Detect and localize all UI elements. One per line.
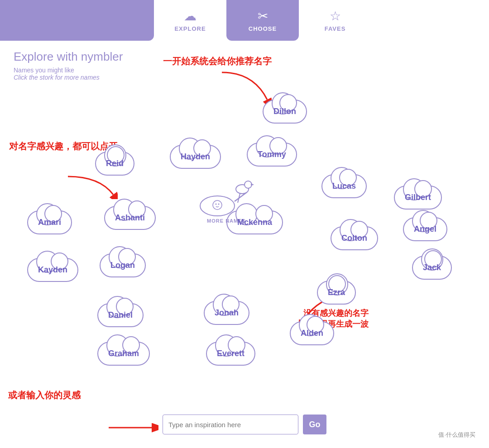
tab-faves-label: FAVES: [325, 25, 346, 32]
cloud-logan[interactable]: Logan: [100, 253, 146, 277]
cloud-label-colton: Colton: [341, 234, 367, 243]
tab-explore[interactable]: ☁ EXPLORE: [154, 0, 226, 41]
nav-tabs: ☁ EXPLORE ✂ CHOOSE ☆ FAVES: [154, 0, 489, 41]
cloud-label-everett: Everett: [217, 349, 244, 358]
cloud-lucas[interactable]: Lucas: [321, 174, 367, 198]
tab-faves[interactable]: ☆ FAVES: [299, 0, 371, 41]
cloud-label-mckenna: Mckenna: [237, 218, 272, 227]
cloud-dillon[interactable]: Dillon: [263, 100, 307, 124]
cloud-label-graham: Graham: [108, 349, 139, 358]
annotation-recommend: 一开始系统会给你推荐名字: [163, 55, 272, 67]
cloud-daniel[interactable]: Daniel: [97, 303, 144, 327]
stork-more-names[interactable]: MORE NAMES: [199, 176, 254, 224]
cloud-label-reid: Reid: [106, 159, 124, 168]
svg-marker-8: [251, 184, 254, 186]
svg-point-11: [216, 204, 217, 205]
choose-icon: ✂: [258, 9, 268, 24]
cloud-kayden[interactable]: Kayden: [27, 258, 78, 282]
cloud-tommy[interactable]: Tommy: [247, 143, 297, 167]
cloud-alden[interactable]: Alden: [290, 321, 334, 345]
cloud-gilbert[interactable]: Gilbert: [394, 186, 442, 210]
cloud-label-amari: Amari: [38, 218, 61, 227]
cloud-label-angel: Angel: [414, 224, 436, 234]
cloud-everett[interactable]: Everett: [206, 342, 255, 366]
cloud-label-hayden: Hayden: [181, 152, 210, 162]
cloud-label-lucas: Lucas: [332, 181, 356, 191]
explore-icon: ☁: [184, 9, 197, 24]
go-button[interactable]: Go: [303, 415, 326, 434]
logo-area: [0, 0, 154, 41]
inspiration-input[interactable]: [163, 415, 298, 434]
watermark: 值·什么值得买: [438, 431, 475, 439]
cloud-label-gilbert: Gilbert: [405, 193, 431, 202]
annotation-input: 或者输入你的灵感: [8, 389, 81, 401]
cloud-hayden[interactable]: Hayden: [170, 145, 221, 169]
tab-choose-label: CHOOSE: [249, 25, 277, 32]
cloud-graham[interactable]: Graham: [97, 342, 150, 366]
cloud-angel[interactable]: Angel: [403, 217, 447, 241]
cloud-reid[interactable]: Reid: [95, 152, 134, 176]
cloud-label-kayden: Kayden: [38, 265, 67, 275]
cloud-label-jack: Jack: [423, 263, 441, 272]
cloud-label-dillon: Dillon: [273, 107, 296, 116]
svg-point-10: [213, 200, 222, 210]
cloud-ashanti[interactable]: Ashanti: [104, 206, 156, 230]
bottom-bar: Go: [0, 415, 489, 434]
stork-icon: [199, 176, 254, 217]
tab-choose[interactable]: ✂ CHOOSE: [226, 0, 299, 41]
cloud-ezra[interactable]: Ezra: [317, 281, 356, 305]
cloud-label-ezra: Ezra: [328, 288, 345, 297]
clouds-area: DillonHaydenTommyReidLucasGilbertAmariAs…: [0, 91, 489, 389]
cloud-jack[interactable]: Jack: [412, 256, 452, 280]
cloud-amari[interactable]: Amari: [27, 210, 72, 234]
svg-point-12: [218, 204, 220, 205]
cloud-label-logan: Logan: [110, 261, 135, 270]
tab-explore-label: EXPLORE: [174, 25, 206, 32]
cloud-label-tommy: Tommy: [258, 150, 286, 159]
faves-icon: ☆: [330, 9, 341, 24]
top-nav: ☁ EXPLORE ✂ CHOOSE ☆ FAVES: [0, 0, 489, 41]
cloud-label-daniel: Daniel: [108, 310, 133, 320]
svg-point-7: [244, 181, 252, 188]
cloud-label-ashanti: Ashanti: [115, 213, 145, 223]
cloud-label-alden: Alden: [301, 329, 323, 338]
cloud-label-jonah: Jonah: [215, 308, 239, 318]
cloud-colton[interactable]: Colton: [331, 226, 378, 250]
cloud-jonah[interactable]: Jonah: [204, 301, 249, 325]
